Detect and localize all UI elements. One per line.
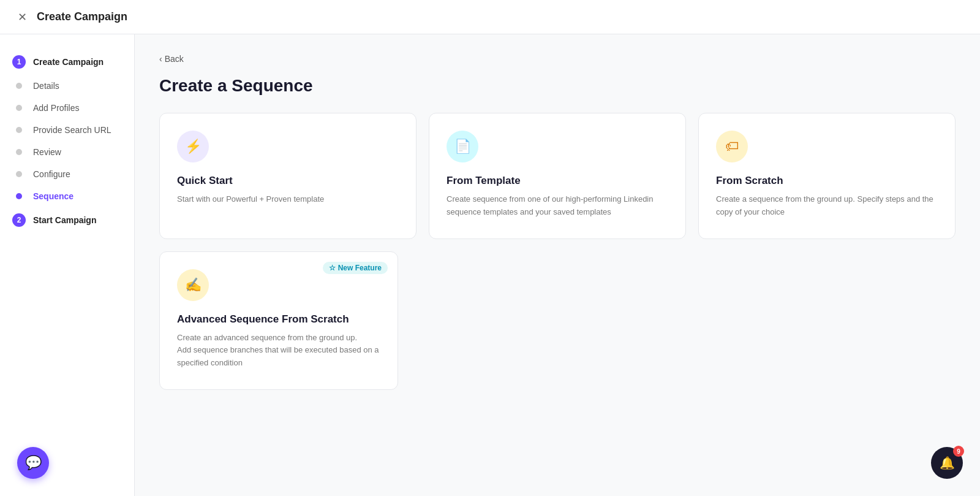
card-quick-start[interactable]: ⚡ Quick Start Start with our Powerful + … [159, 113, 417, 239]
sidebar-label-sequence: Sequence [33, 191, 74, 201]
sidebar-item-provide-search-url[interactable]: Provide Search URL [0, 119, 134, 141]
sidebar-label-details: Details [33, 81, 59, 91]
sidebar-item-sequence[interactable]: Sequence [0, 185, 134, 207]
quick-start-icon: ⚡ [177, 131, 209, 162]
top-bar: ✕ Create Campaign [0, 0, 980, 34]
sidebar: 1 Create Campaign Details Add Profiles P… [0, 34, 135, 496]
quick-start-title: Quick Start [177, 175, 399, 187]
main-content: ‹ Back Create a Sequence ⚡ Quick Start S… [135, 34, 980, 496]
advanced-sequence-title: Advanced Sequence From Scratch [177, 313, 380, 326]
configure-dot [16, 171, 22, 177]
main-layout: 1 Create Campaign Details Add Profiles P… [0, 34, 980, 496]
advanced-sequence-desc: Create an advanced sequence from the gro… [177, 332, 380, 370]
card-from-template[interactable]: 📄 From Template Create sequence from one… [429, 113, 686, 239]
advanced-sequence-icon: ✍ [177, 269, 209, 301]
sidebar-label-review: Review [33, 147, 61, 157]
new-feature-badge: ☆ New Feature [323, 262, 388, 274]
sidebar-label-provide-search-url: Provide Search URL [33, 125, 111, 135]
add-profiles-dot [16, 105, 22, 111]
top-bar-title: Create Campaign [37, 10, 127, 23]
sidebar-item-configure[interactable]: Configure [0, 163, 134, 185]
from-scratch-icon: 🏷 [716, 131, 748, 162]
cards-row-2: ☆ New Feature ✍ Advanced Sequence From S… [159, 251, 956, 390]
review-dot [16, 149, 22, 155]
sidebar-item-details[interactable]: Details [0, 75, 134, 97]
sidebar-label-add-profiles: Add Profiles [33, 103, 79, 113]
sequence-dot [16, 193, 22, 199]
quick-start-desc: Start with our Powerful + Proven templat… [177, 193, 399, 206]
cards-row-1: ⚡ Quick Start Start with our Powerful + … [159, 113, 956, 239]
badge-label: New Feature [338, 264, 382, 272]
card-advanced-sequence[interactable]: ☆ New Feature ✍ Advanced Sequence From S… [159, 251, 398, 390]
from-scratch-desc: Create a sequence from the ground up. Sp… [716, 193, 938, 219]
back-button[interactable]: ‹ Back [159, 54, 184, 64]
from-template-desc: Create sequence from one of our high-per… [447, 193, 668, 219]
sidebar-label-start-campaign: Start Campaign [33, 215, 96, 225]
close-button[interactable]: ✕ [15, 10, 29, 25]
sidebar-item-create-campaign[interactable]: 1 Create Campaign [0, 49, 134, 75]
sidebar-label-create-campaign: Create Campaign [33, 57, 104, 67]
page-title: Create a Sequence [159, 76, 956, 96]
sidebar-label-configure: Configure [33, 169, 70, 179]
from-template-icon: 📄 [447, 131, 478, 162]
sidebar-item-review[interactable]: Review [0, 141, 134, 163]
from-template-title: From Template [447, 175, 668, 187]
from-scratch-title: From Scratch [716, 175, 938, 187]
star-icon: ☆ [329, 264, 336, 272]
sidebar-item-start-campaign[interactable]: 2 Start Campaign [0, 207, 134, 233]
chat-button[interactable]: 💬 [17, 447, 49, 479]
sidebar-item-add-profiles[interactable]: Add Profiles [0, 97, 134, 119]
bell-icon: 🔔 [940, 456, 955, 470]
details-dot [16, 83, 22, 89]
card-from-scratch[interactable]: 🏷 From Scratch Create a sequence from th… [698, 113, 956, 239]
step1-dot: 1 [12, 55, 26, 69]
back-label: Back [165, 54, 184, 64]
step2-dot: 2 [12, 213, 26, 227]
notification-button[interactable]: 🔔 9 [931, 447, 963, 479]
notification-badge: 9 [953, 446, 964, 457]
chevron-left-icon: ‹ [159, 54, 162, 64]
provide-search-url-dot [16, 127, 22, 133]
chat-icon: 💬 [25, 455, 42, 471]
